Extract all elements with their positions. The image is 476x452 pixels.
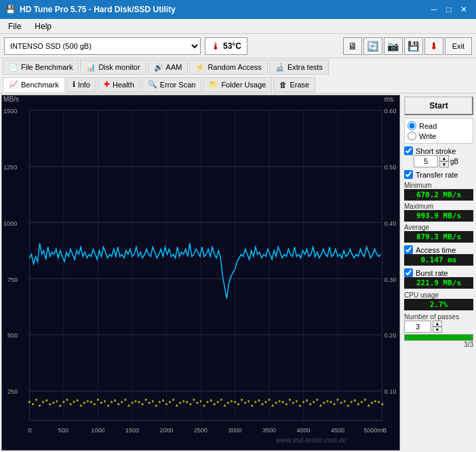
tab-info[interactable]: ℹ Info [66,77,96,92]
svg-point-147 [381,403,383,405]
toolbar-btn-1[interactable]: 🖥 [343,37,362,55]
svg-text:4500: 4500 [331,426,344,434]
svg-text:3000: 3000 [228,426,241,434]
svg-text:3500: 3500 [262,426,276,434]
burst-rate-checkbox[interactable] [404,268,413,277]
svg-text:750: 750 [7,275,18,283]
write-radio[interactable] [408,131,416,140]
stats-section: Minimum 670.2 MB/s Maximum 993.9 MB/s Av… [404,182,473,243]
svg-point-71 [121,401,123,403]
write-radio-label[interactable]: Write [408,131,470,140]
minimum-section: Minimum 670.2 MB/s [404,182,473,201]
temperature-value: 53°C [223,41,241,51]
stroke-up-button[interactable]: ▲ [439,155,449,161]
toolbar-btn-2[interactable]: 🔄 [363,37,382,55]
svg-point-143 [368,405,370,407]
chart-area: MB/s 1500 1250 1000 750 500 250 ms 0.60 … [1,95,400,451]
short-stroke-input[interactable] [414,155,438,167]
passes-spinners: ▲ ▼ [433,321,442,333]
tab-random-access[interactable]: ⚡ Random Access [189,60,267,75]
tab-health[interactable]: ✚ Health [98,77,140,92]
average-section: Average 879.3 MB/s [404,224,473,243]
svg-text:1000: 1000 [91,426,104,434]
close-button[interactable]: ✕ [457,3,471,16]
svg-point-66 [104,400,106,402]
svg-point-127 [313,401,315,403]
svg-point-141 [361,401,363,403]
folder-usage-label: Folder Usage [221,81,266,89]
cpu-usage-value: 2.7% [404,299,473,310]
svg-text:0: 0 [28,426,31,434]
access-time-checkbox-label[interactable]: Access time [404,245,473,254]
svg-point-113 [264,401,266,403]
svg-point-114 [269,398,271,400]
svg-point-144 [371,402,373,404]
svg-point-125 [306,399,308,401]
passes-row: ▲ ▼ [404,321,473,333]
svg-point-98 [214,403,216,405]
menu-file[interactable]: File [3,20,26,33]
passes-label: Number of passes [404,313,473,321]
passes-up-button[interactable]: ▲ [433,321,442,327]
svg-text:4000: 4000 [296,426,310,434]
burst-rate-checkbox-label[interactable]: Burst rate [404,268,473,277]
short-stroke-checkbox-label[interactable]: Short stroke [404,146,473,155]
tab-folder-usage[interactable]: 📁 Folder Usage [203,77,272,92]
minimize-button[interactable]: ─ [427,3,441,16]
svg-point-90 [186,401,188,403]
menu-help[interactable]: Help [29,20,57,33]
svg-point-50 [49,403,51,405]
read-radio[interactable] [408,121,416,130]
svg-point-107 [244,402,246,404]
svg-point-76 [138,401,140,403]
transfer-rate-checkbox[interactable] [404,170,413,179]
svg-text:0.20: 0.20 [384,331,397,339]
svg-point-77 [142,403,144,405]
svg-point-81 [155,405,157,407]
random-access-icon: ⚡ [195,63,205,72]
title-bar: 💾 HD Tune Pro 5.75 - Hard Disk/SSD Utili… [0,0,476,19]
device-selector[interactable]: INTENSO SSD (500 gB) [4,37,201,55]
progress-bar [404,334,473,341]
svg-point-68 [111,401,113,403]
svg-point-59 [80,405,82,407]
tab-aam[interactable]: 🔊 AAM [148,60,189,75]
exit-button[interactable]: Exit [445,37,472,55]
svg-point-51 [52,402,54,404]
passes-down-button[interactable]: ▼ [433,327,442,333]
svg-point-85 [169,401,171,403]
start-button[interactable]: Start [404,96,473,115]
svg-point-74 [131,402,133,404]
stroke-down-button[interactable]: ▼ [439,161,449,167]
maximize-button[interactable]: □ [442,3,456,16]
passes-input[interactable] [404,321,431,333]
tab-benchmark[interactable]: 📈 Benchmark [3,77,65,92]
svg-point-47 [39,405,41,407]
svg-point-69 [114,399,116,401]
svg-text:5000mB: 5000mB [363,426,386,434]
svg-point-99 [217,401,219,403]
tab-file-benchmark[interactable]: 📄 File Benchmark [3,60,79,75]
info-icon: ℹ [73,80,75,89]
tab-disk-monitor[interactable]: 📊 Disk monitor [80,60,146,75]
toolbar-btn-4[interactable]: 💾 [404,37,423,55]
burst-rate-value: 221.9 MB/s [404,277,473,289]
tab-erase[interactable]: 🗑 Erase [273,77,315,92]
svg-point-140 [357,403,359,405]
short-stroke-checkbox[interactable] [404,146,413,155]
svg-point-73 [127,405,130,407]
svg-point-52 [56,400,58,402]
tab-error-scan[interactable]: 🔍 Error Scan [142,77,202,92]
svg-text:0.50: 0.50 [384,163,397,171]
svg-point-56 [70,403,72,405]
toolbar-btn-3[interactable]: 📷 [384,37,403,55]
transfer-rate-checkbox-label[interactable]: Transfer rate [404,170,473,179]
erase-label: Erase [290,81,309,89]
svg-point-124 [302,401,304,403]
svg-text:500: 500 [58,426,68,434]
access-time-checkbox[interactable] [404,245,413,254]
svg-point-80 [152,400,154,402]
tab-extra-tests[interactable]: 🔬 Extra tests [269,60,329,75]
read-radio-label[interactable]: Read [408,121,470,130]
toolbar-btn-5[interactable]: ⬇ [424,37,443,55]
